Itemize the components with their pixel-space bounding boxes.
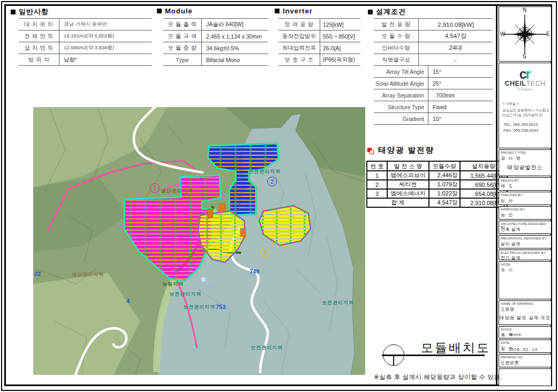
tb-ko-label: 설비 설계	[501, 241, 521, 247]
table-row: Array Tilt Angle 15°	[374, 66, 493, 78]
tb-en-label: APPROVED BY	[501, 208, 525, 211]
tb-en-label: DESIGN BY	[501, 179, 519, 182]
titleblock-note: NOTE 주 기	[499, 261, 552, 299]
table-row: Type Bifacial Mono	[163, 54, 268, 66]
zone-label: 보전관리지역	[183, 304, 215, 311]
table-row: 인버터수량 24대	[374, 42, 493, 54]
section-marker-icon	[157, 9, 162, 13]
row-label: 설 치 면 적	[19, 42, 59, 54]
titleblock-architecture: ARCHITECTURE DESIGNED BY 건축 설계	[499, 221, 552, 234]
company-logo: cr CHEILTECH (주)제일테크	[499, 66, 551, 92]
tb-ko-label: 심 사	[501, 198, 514, 203]
titleblock-drawing-no: DRAWING NO 도면번호	[499, 354, 552, 367]
tb-ko-label: 제 도	[501, 183, 514, 189]
drawing-title-symbol-tick	[393, 355, 394, 366]
zone-label: 보전관리지역	[248, 168, 281, 175]
table-row: 방 위 각 남향°	[19, 54, 152, 66]
tb-en-label: PROJECT TITEL	[501, 151, 526, 154]
row-label: 대 지 위 치	[19, 19, 59, 30]
compass-box: N E S W	[499, 6, 552, 62]
logo-letter-r: r	[526, 66, 531, 81]
fax-number: FAX. 055-296-0044	[503, 128, 538, 133]
tb-ko-label: 도면명	[501, 306, 515, 312]
red-outline-square-icon	[370, 150, 374, 154]
row-label: Solar Altitude Angle	[374, 78, 428, 89]
array-marker-3: 3	[260, 247, 270, 257]
titleblock-scale: SCALE 축 척 None	[499, 326, 552, 338]
col-header: 발 전 소 명	[387, 161, 429, 171]
zone-label: 보전관리지역	[169, 291, 201, 298]
row-value: 12,686m2(약 3,838평)	[59, 42, 152, 54]
module-table: 모 듈 출 력 JA솔라 640[W] 모 듈 규 격 2,465 x 1,13…	[163, 18, 268, 66]
drawing-sheet: 일반사항 Module Inverter 설계조건 대 지 위 치 경남 거제시…	[0, 0, 558, 392]
table-row: Structure Type Fixed	[374, 101, 493, 113]
tb-ko-label: 주 기	[501, 267, 514, 273]
parcel-number: 749	[250, 268, 259, 275]
cell-modules: 2,446장	[429, 171, 460, 180]
row-label: Structure Type	[374, 101, 428, 112]
table-row: 정 격 용 량 125[kW]	[278, 19, 360, 31]
row-label: 동작전압범위	[278, 31, 320, 42]
footnote: ※실측 후 설계시 해당용량과 상이할 수 있음.	[374, 373, 502, 381]
row-value: Bifacial Mono	[202, 54, 268, 65]
zone-label: 보전관리지역	[322, 299, 354, 306]
logo-letter-c: c	[519, 66, 526, 81]
tb-value: 2026. 02. 13.	[509, 347, 539, 352]
row-label: Gradient	[374, 113, 428, 124]
address-line-2: 만남고개1길 16(제일테크)	[502, 113, 542, 118]
row-label: 모 듈 출 력	[163, 19, 202, 30]
row-label: 모 듈 중 량	[163, 42, 202, 54]
tb-en-label: NAME OF DRAWING	[501, 302, 533, 305]
tb-ko-label: 전기 설계	[501, 255, 521, 261]
row-value: 34.6kg±0.5%	[202, 42, 268, 54]
titleblock-approved-by: APPROVED BY 승 인	[499, 206, 552, 220]
inverter-section-header: Inverter	[275, 7, 313, 15]
zone-label: 농림지역	[162, 281, 184, 288]
titleblock-mechanical: MECHANICAL DESIGNED BY 설비 설계	[499, 235, 552, 248]
general-table: 대 지 위 치 경남 거제시 둔덕면 전 체 면 적 19,181m2(약 5,…	[19, 18, 152, 66]
section-title: Module	[165, 7, 193, 15]
table-row: 동작전압범위 550 ~ 850[V]	[278, 31, 360, 42]
tb-en-label: SCALE	[501, 328, 512, 331]
section-title: 일반사항	[19, 7, 49, 17]
compass-e-label: E	[546, 31, 550, 37]
row-value: 10°	[428, 113, 493, 124]
tb-ko-label: 승 인	[501, 212, 514, 218]
titleblock-project: PROJECT TITEL 공 사 명 태양광발전소	[499, 149, 552, 176]
tb-value: 태양광 발전 설계 개요	[499, 315, 551, 321]
section-title: Inverter	[283, 7, 313, 15]
table-row: 모 듈 수 량 4,547장	[374, 31, 493, 42]
row-value: 700mm	[428, 89, 493, 101]
tb-en-label: NOTE	[501, 263, 510, 266]
row-label: Array Tilt Angle	[374, 66, 428, 77]
array-marker-1: 1	[150, 183, 160, 193]
compass-s-label: S	[523, 54, 526, 59]
row-value: 15°	[428, 66, 493, 77]
row-label: 최대입력전류	[278, 42, 320, 54]
table-row: 모 듈 출 력 JA솔라 640[W]	[163, 19, 268, 31]
section-title: 설계조건	[376, 7, 406, 17]
titleblock-date: DATE 일 자 2026. 02. 13.	[499, 340, 552, 353]
row-label: 방 위 각	[19, 54, 59, 65]
row-value: 경남 거제시 둔덕면	[59, 19, 152, 30]
map-graphics	[33, 107, 365, 375]
row-label: 보 호 구 조	[278, 54, 320, 65]
table-row: Array Separation 700mm	[374, 89, 493, 101]
inverter-table: 정 격 용 량 125[kW] 동작전압범위 550 ~ 850[V] 최대입력…	[278, 18, 360, 66]
terrain-patch	[33, 273, 140, 375]
titleblock-empty	[499, 368, 552, 386]
tb-ko-label: 공 사 명	[501, 155, 521, 161]
row-label: 전 체 면 적	[19, 31, 59, 42]
row-label: 정 격 용 량	[278, 19, 320, 30]
table-row: 대 지 위 치 경남 거제시 둔덕면	[19, 19, 152, 31]
company-subname: (주)제일테크	[499, 88, 551, 92]
design-table: 발 전 용 량 2,910.08[kW] 모 듈 수 량 4,547장 인버터수…	[374, 18, 493, 125]
place-marker-icon	[201, 277, 206, 282]
general-section-header: 일반사항	[11, 7, 49, 17]
row-label: 인버터수량	[374, 42, 419, 54]
table-row: 1 엠에스피브이 2,446장 1,565.44[kW]	[367, 171, 507, 180]
company-name-light: TECH	[526, 80, 545, 87]
table-row: 설 치 면 적 12,686m2(약 3,838평)	[19, 42, 152, 54]
table-row: Solar Altitude Angle 25°	[374, 78, 493, 89]
cell-name: 엠에스피브이	[387, 171, 429, 180]
